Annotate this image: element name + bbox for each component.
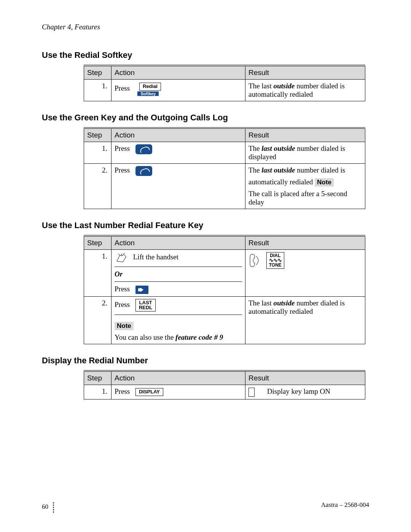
press-label: Press	[115, 166, 130, 174]
press-label: Press	[115, 387, 130, 395]
col-step: Step	[84, 66, 112, 80]
result-emph: outside	[273, 82, 295, 90]
section-title-last-number: Use the Last Number Redial Feature Key	[42, 220, 369, 230]
action-note: You can also use the feature code # 9	[115, 333, 242, 342]
press-label: Press	[115, 300, 130, 308]
col-result: Result	[245, 66, 365, 80]
table-row: 1. Lift the handset Or Press DIAL ∿∿∿	[84, 250, 365, 297]
section-title-display-redial: Display the Redial Number	[42, 356, 369, 366]
divider	[115, 315, 242, 315]
result-text: The	[249, 144, 261, 152]
action-cell: Press	[112, 164, 245, 209]
table-row: 1. Press The last outside number dialed …	[84, 142, 365, 164]
table-green-key: Step Action Result 1. Press The last out…	[84, 127, 365, 209]
note-emph: feature code # 9	[175, 333, 223, 341]
display-button-icon: DISPLAY	[135, 388, 163, 396]
hand-lift-icon	[115, 252, 127, 264]
divider	[115, 281, 242, 282]
or-label: Or	[115, 270, 123, 278]
action-cell: Press	[112, 142, 245, 164]
result-text: Display key lamp ON	[267, 387, 330, 395]
action-cell: Press LAST REDL Note You can also use th…	[112, 296, 245, 344]
document-page: Chapter 4, Features Use the Redial Softk…	[0, 0, 411, 532]
softkey-sublabel: Softkey	[137, 91, 159, 96]
step-number: 1.	[84, 80, 112, 101]
col-step: Step	[84, 371, 112, 385]
col-result: Result	[245, 236, 365, 250]
handset-icon	[249, 253, 260, 268]
col-result: Result	[245, 128, 365, 142]
result-cell: The last outside number dialed is displa…	[245, 142, 365, 164]
note-text: You can also use the	[115, 333, 175, 341]
col-action: Action	[112, 236, 245, 250]
result-emph: last outside	[261, 144, 295, 152]
press-label: Press	[115, 285, 130, 293]
action-cell: Press Redial Softkey	[112, 80, 245, 101]
result-cell: The last outside number dialed is automa…	[245, 80, 365, 101]
col-step: Step	[84, 236, 112, 250]
table-row: 2. Press LAST REDL Note You can also use…	[84, 296, 365, 344]
result-emph: outside	[273, 299, 295, 307]
page-number: 60	[42, 503, 48, 511]
step-number: 2.	[84, 164, 112, 209]
result-text: The	[249, 166, 261, 174]
tone-label: TONE	[269, 262, 282, 268]
result-cell: DIAL ∿∿∿ TONE	[245, 250, 365, 297]
lift-handset-text: Lift the handset	[133, 253, 178, 261]
col-action: Action	[112, 371, 245, 385]
result-text: The last	[249, 299, 273, 307]
press-label: Press	[115, 84, 130, 92]
note-badge: Note	[315, 178, 334, 187]
table-display-redial: Step Action Result 1. Press DISPLAY Disp…	[84, 370, 365, 399]
lamp-icon	[249, 388, 255, 397]
green-phone-key-icon	[135, 144, 152, 154]
redl-label: REDL	[139, 305, 152, 310]
table-row: 1. Press DISPLAY Display key lamp ON	[84, 385, 365, 399]
speaker-key-icon	[135, 286, 148, 294]
step-number: 1.	[84, 250, 112, 297]
footer-dots-icon	[53, 501, 55, 514]
result-text: The last	[249, 82, 273, 90]
page-footer: 60 Aastra – 2568-004	[42, 501, 369, 514]
green-phone-key-icon	[135, 166, 152, 176]
step-number: 1.	[84, 385, 112, 399]
table-redial-softkey: Step Action Result 1. Press Redial Softk…	[84, 65, 365, 101]
dial-tone-icon: DIAL ∿∿∿ TONE	[266, 252, 284, 269]
col-result: Result	[245, 371, 365, 385]
last-redl-button-icon: LAST REDL	[135, 299, 156, 312]
table-row: 2. Press The last outside number dialed …	[84, 164, 365, 209]
result-cell: The last outside number dialed is automa…	[245, 296, 365, 344]
redial-softkey-icon: Redial Softkey	[135, 82, 161, 96]
section-title-redial-softkey: Use the Redial Softkey	[42, 50, 369, 60]
table-row: 1. Press Redial Softkey The last outside…	[84, 80, 365, 101]
result-emph: last outside	[261, 166, 295, 174]
note-text: The call is placed after a 5-second dela…	[249, 190, 362, 206]
press-label: Press	[115, 144, 130, 152]
action-cell: Press DISPLAY	[112, 385, 245, 399]
redial-button-label: Redial	[139, 83, 161, 91]
action-cell: Lift the handset Or Press	[112, 250, 245, 297]
col-action: Action	[112, 66, 245, 80]
section-title-green-key: Use the Green Key and the Outgoing Calls…	[42, 113, 369, 123]
result-cell: The last outside number dialed is automa…	[245, 164, 365, 209]
step-number: 1.	[84, 142, 112, 164]
wave-icon: ∿∿∿	[269, 257, 282, 263]
chapter-header: Chapter 4, Features	[42, 23, 369, 31]
table-last-number: Step Action Result 1. Lift the handset O…	[84, 235, 365, 344]
step-number: 2.	[84, 296, 112, 344]
result-cell: Display key lamp ON	[245, 385, 365, 399]
footer-docid: Aastra – 2568-004	[321, 501, 369, 509]
col-step: Step	[84, 128, 112, 142]
divider	[115, 267, 242, 267]
col-action: Action	[112, 128, 245, 142]
note-badge: Note	[115, 322, 134, 330]
